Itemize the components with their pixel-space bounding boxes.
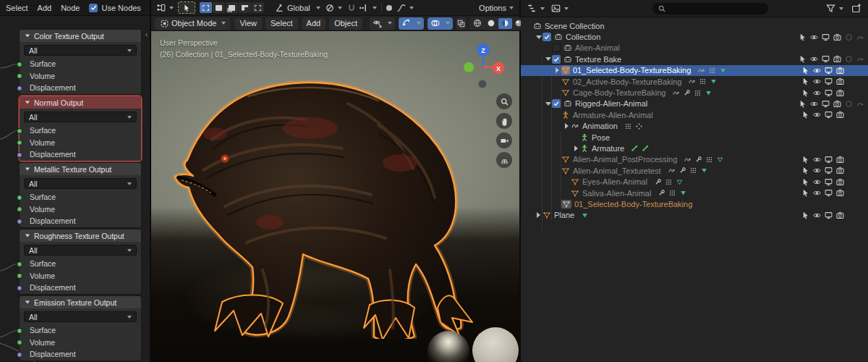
- menu-node[interactable]: Node: [61, 4, 80, 12]
- wrench-icon[interactable]: [654, 178, 662, 186]
- outliner-item-label[interactable]: 01_Selected-Body-TextureBaking: [574, 200, 692, 209]
- outliner-row[interactable]: Alien-Animal_Texturetest: [521, 165, 868, 176]
- constraint-icon[interactable]: [697, 67, 705, 75]
- collection-icon[interactable]: [554, 33, 563, 41]
- tri-icon[interactable]: [705, 89, 712, 97]
- node-collapse-icon[interactable]: [25, 235, 30, 237]
- collection-checkbox[interactable]: [542, 33, 551, 41]
- anim-icon[interactable]: [635, 122, 643, 130]
- hide-viewport-icon[interactable]: [812, 110, 822, 119]
- socket-dot[interactable]: [17, 140, 22, 146]
- expand-toggle-icon[interactable]: [544, 57, 552, 61]
- selectable-icon[interactable]: [798, 54, 807, 64]
- show-object-types-button[interactable]: [370, 17, 395, 30]
- selectable-icon[interactable]: [801, 77, 810, 86]
- grid-icon[interactable]: [689, 167, 697, 174]
- perspective-toggle-button[interactable]: [496, 152, 512, 168]
- outliner-item-label[interactable]: Cage-Body-TextureBaking: [573, 88, 665, 97]
- disable-viewport-icon[interactable]: [821, 33, 830, 42]
- indirect-only-icon[interactable]: [856, 54, 865, 64]
- holdout-icon[interactable]: [844, 54, 854, 64]
- filter-button[interactable]: [825, 3, 843, 14]
- outliner-row[interactable]: Armature: [521, 143, 868, 153]
- outliner-item-label[interactable]: Alien-Animal: [575, 43, 620, 52]
- bone-icon[interactable]: [642, 144, 650, 152]
- disable-render-icon[interactable]: [833, 54, 842, 64]
- outliner-search-input[interactable]: [652, 3, 768, 14]
- shader-node[interactable]: Emission Texture OutputAllSurfaceVolumeD…: [19, 295, 142, 361]
- menu-select[interactable]: Select: [6, 4, 28, 12]
- socket-dot[interactable]: [17, 85, 22, 91]
- disable-viewport-icon[interactable]: [821, 99, 830, 109]
- outliner-row[interactable]: Scene Collection: [521, 20, 868, 31]
- outliner-row[interactable]: Pose: [521, 132, 868, 143]
- outliner-row[interactable]: Cage-Body-TextureBaking: [521, 87, 868, 98]
- socket-dot[interactable]: [17, 261, 22, 267]
- wrench-icon[interactable]: [683, 89, 691, 97]
- shader-node-header[interactable]: Color Texture Output: [20, 30, 141, 42]
- holdout-icon[interactable]: [844, 99, 854, 109]
- collection-checkbox[interactable]: [552, 43, 561, 52]
- disable-render-icon[interactable]: [835, 177, 845, 187]
- shader-node[interactable]: Metallic Texture OutputAllSurfaceVolumeD…: [19, 162, 142, 228]
- expand-toggle-icon[interactable]: [544, 102, 552, 106]
- disable-render-icon[interactable]: [833, 33, 842, 42]
- outliner-row[interactable]: Saliva-Alien-Animal: [521, 188, 868, 198]
- wrench-icon[interactable]: [694, 156, 702, 164]
- outliner-item-label[interactable]: Collection: [566, 33, 600, 41]
- grid-icon[interactable]: [668, 189, 676, 197]
- mesh-icon[interactable]: [561, 77, 570, 86]
- grid-icon[interactable]: [694, 89, 702, 97]
- selectable-icon[interactable]: [798, 33, 807, 42]
- node-target-dropdown[interactable]: All: [24, 45, 137, 56]
- expand-toggle-icon[interactable]: [563, 123, 571, 129]
- disable-viewport-icon[interactable]: [824, 188, 833, 198]
- grid-icon[interactable]: [624, 122, 632, 130]
- menu-add[interactable]: Add: [38, 4, 52, 12]
- mode-selector[interactable]: Object Mode: [155, 17, 231, 30]
- outliner-item-label[interactable]: Animation: [582, 122, 618, 130]
- tri-icon[interactable]: [719, 67, 727, 75]
- shading-solid-button[interactable]: [485, 18, 498, 29]
- mesh-icon[interactable]: [571, 177, 579, 186]
- grid-icon[interactable]: [708, 67, 716, 75]
- viewport-canvas[interactable]: User Perspective (26) Collection | 01_Se…: [151, 31, 519, 362]
- gizmo-y-axis[interactable]: [464, 62, 474, 72]
- select-mode-subtract[interactable]: [226, 2, 238, 13]
- outliner-item-label[interactable]: Pose: [592, 133, 610, 142]
- indirect-only-icon[interactable]: [856, 33, 865, 42]
- node-target-dropdown[interactable]: All: [24, 311, 137, 322]
- selectable-icon[interactable]: [801, 66, 810, 75]
- outliner-row[interactable]: Rigged-Alien-Animal: [521, 98, 868, 109]
- alien-creature-model[interactable]: [161, 53, 494, 339]
- selectable-icon[interactable]: [801, 155, 810, 164]
- socket-dot[interactable]: [17, 352, 22, 358]
- menu-add-vp[interactable]: Add: [302, 17, 326, 30]
- outliner-row[interactable]: 02_Active-Body-TextureBaking: [521, 76, 868, 87]
- socket-dot[interactable]: [17, 219, 22, 224]
- constraint-icon[interactable]: [684, 156, 692, 164]
- editor-type-button[interactable]: [156, 2, 174, 13]
- snap-settings[interactable]: [346, 3, 377, 13]
- proportional-edit-toggle[interactable]: [386, 5, 392, 11]
- tri-icon[interactable]: [700, 167, 708, 174]
- menu-object[interactable]: Object: [329, 17, 362, 30]
- shader-node[interactable]: Color Texture OutputAllSurfaceVolumeDisp…: [19, 29, 142, 95]
- outliner-item-label[interactable]: Scene Collection: [545, 22, 605, 30]
- gizmos-button[interactable]: [399, 17, 424, 30]
- wrench-icon[interactable]: [678, 167, 686, 174]
- node-target-dropdown[interactable]: All: [24, 245, 137, 256]
- tri-icon[interactable]: [710, 77, 718, 85]
- disable-viewport-icon[interactable]: [824, 110, 833, 119]
- outliner-item-label[interactable]: 02_Active-Body-TextureBaking: [573, 77, 681, 86]
- camera-view-button[interactable]: [496, 132, 512, 148]
- disable-viewport-icon[interactable]: [824, 66, 833, 75]
- hide-viewport-icon[interactable]: [812, 66, 822, 75]
- selectable-icon[interactable]: [801, 211, 810, 220]
- socket-dot[interactable]: [17, 62, 22, 67]
- use-nodes-checkbox[interactable]: [89, 4, 98, 12]
- tri-outline-icon[interactable]: [676, 178, 684, 186]
- collection-icon[interactable]: [563, 55, 572, 64]
- navigation-gizmo[interactable]: Z X: [460, 40, 508, 88]
- indirect-only-icon[interactable]: [856, 99, 865, 109]
